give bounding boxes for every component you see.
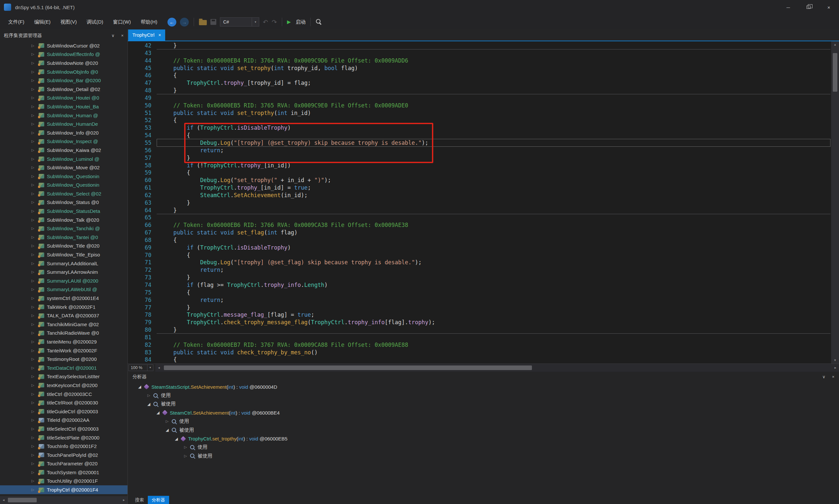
chevron-right-icon[interactable]: ▷ xyxy=(32,340,39,344)
chevron-right-icon[interactable]: ▷ xyxy=(32,122,39,126)
code-line[interactable] xyxy=(157,214,831,221)
tree-row[interactable]: ▷SubWindow_Questionin xyxy=(0,181,127,190)
chevron-right-icon[interactable]: ▷ xyxy=(32,105,39,109)
tree-row[interactable]: ▷titleCtrl @020003CC xyxy=(0,390,127,399)
code-area[interactable]: } // Token: 0x06000EB4 RID: 3764 RVA: 0x… xyxy=(157,41,831,363)
code-line[interactable]: TrophyCtrl.trophy_[trophy_id] = flag; xyxy=(157,79,831,87)
tab-close-icon[interactable]: × xyxy=(158,32,161,38)
code-line[interactable]: } xyxy=(157,304,831,311)
bottom-tab-search[interactable]: 搜索 xyxy=(131,496,148,504)
tree-row[interactable]: ▷SubWindow_Info @020 xyxy=(0,128,127,137)
chevron-right-icon[interactable]: ▷ xyxy=(32,192,39,196)
zoom-level[interactable]: 100 % xyxy=(128,364,147,371)
chevron-right-icon[interactable]: ▷ xyxy=(32,165,39,169)
code-line[interactable] xyxy=(157,50,831,57)
code-line[interactable]: } xyxy=(157,42,831,50)
tree-row[interactable]: ▷SubWindow_Luminol @ xyxy=(0,155,127,163)
chevron-right-icon[interactable]: ▷ xyxy=(32,209,39,213)
tree-row[interactable]: ▷SubWindow_Tanchiki @ xyxy=(0,224,127,233)
tree-row[interactable]: ▷tanteiMenu @0200029 xyxy=(0,337,127,346)
chevron-right-icon[interactable]: ▷ xyxy=(145,393,153,398)
start-debug-icon[interactable]: ▶ xyxy=(287,19,291,25)
scroll-up-icon[interactable]: ▲ xyxy=(831,41,839,48)
chevron-right-icon[interactable]: ▷ xyxy=(32,418,39,422)
tree-row[interactable]: ▷SummaryLAWebUtil @ xyxy=(0,285,127,294)
tree-row[interactable]: ▷titleCtrlRoot @0200030 xyxy=(0,398,127,407)
scroll-left-icon[interactable]: ◄ xyxy=(0,499,7,502)
chevron-right-icon[interactable]: ▷ xyxy=(32,218,39,222)
tree-row[interactable]: ▷systemCtrl @020001E4 xyxy=(0,294,127,303)
tree-row[interactable]: ▷SubWindow_Detail @02 xyxy=(0,85,127,94)
chevron-right-icon[interactable]: ▷ xyxy=(32,453,39,457)
save-icon[interactable] xyxy=(210,19,216,25)
chevron-right-icon[interactable]: ▷ xyxy=(32,392,39,396)
chevron-right-icon[interactable]: ▷ xyxy=(32,96,39,100)
scrollbar-track[interactable] xyxy=(7,496,120,504)
chevron-right-icon[interactable]: ▷ xyxy=(32,270,39,274)
chevron-right-icon[interactable]: ▷ xyxy=(32,322,39,326)
tree-row[interactable]: ▷SubWindowObjInfo @0 xyxy=(0,68,127,76)
code-line[interactable]: { xyxy=(157,169,831,177)
chevron-right-icon[interactable]: ▷ xyxy=(32,331,39,335)
menu-item[interactable]: 视图(V) xyxy=(55,14,82,30)
zoom-dropdown-icon[interactable]: ▼ xyxy=(147,364,153,371)
editor-vertical-scrollbar[interactable]: ▲ ▼ xyxy=(831,41,839,363)
code-line[interactable]: } xyxy=(157,206,831,214)
search-icon[interactable] xyxy=(316,19,322,25)
chevron-expanded-icon[interactable]: ◢ xyxy=(163,428,171,432)
chevron-right-icon[interactable]: ▷ xyxy=(32,200,39,204)
chevron-right-icon[interactable]: ▷ xyxy=(32,444,39,448)
code-line[interactable]: // Token: 0x06000EB6 RID: 3766 RVA: 0x00… xyxy=(157,221,831,229)
code-line[interactable]: // Token: 0x06000EB4 RID: 3764 RVA: 0x00… xyxy=(157,57,831,65)
chevron-right-icon[interactable]: ▷ xyxy=(32,148,39,152)
chevron-right-icon[interactable]: ▷ xyxy=(32,279,39,283)
scroll-right-icon[interactable]: ► xyxy=(832,366,839,370)
chevron-right-icon[interactable]: ▷ xyxy=(32,287,39,291)
tree-row[interactable]: ▷SubWindowCursor @02 xyxy=(0,41,127,50)
code-line[interactable]: return; xyxy=(157,296,831,304)
tree-row[interactable]: ▷textKeyIconCtrl @0200 xyxy=(0,381,127,390)
chevron-down-icon[interactable]: ∨ xyxy=(822,374,825,379)
analyzer-row[interactable]: ◢被使用 xyxy=(128,426,839,434)
chevron-right-icon[interactable]: ▷ xyxy=(32,87,39,91)
code-line[interactable]: TrophyCtrl.trophy_[in_id] = true; xyxy=(157,184,831,192)
scrollbar-thumb[interactable] xyxy=(8,498,37,502)
tree-row[interactable]: ▷TrophyCtrl @020001F4 xyxy=(0,485,127,494)
code-line[interactable]: TrophyCtrl.check_trophy_message_flag(Tro… xyxy=(157,319,831,326)
chevron-right-icon[interactable]: ▷ xyxy=(32,366,39,370)
tree-row[interactable]: ▷TouchSystem @020001 xyxy=(0,468,127,477)
tree-row[interactable]: ▷SubWindow_Tantei @0 xyxy=(0,233,127,242)
chevron-right-icon[interactable]: ▷ xyxy=(32,348,39,353)
chevron-right-icon[interactable]: ▷ xyxy=(32,174,39,179)
code-line[interactable]: return; xyxy=(157,147,831,154)
chevron-right-icon[interactable]: ▷ xyxy=(32,374,39,379)
chevron-right-icon[interactable]: ▷ xyxy=(32,357,39,361)
navigate-back-button[interactable]: ← xyxy=(168,18,176,26)
code-line[interactable]: { xyxy=(157,132,831,139)
chevron-right-icon[interactable]: ▷ xyxy=(163,419,171,424)
open-file-icon[interactable] xyxy=(199,20,207,25)
chevron-right-icon[interactable]: ▷ xyxy=(32,43,39,48)
chevron-right-icon[interactable]: ▷ xyxy=(32,313,39,318)
chevron-right-icon[interactable]: ▷ xyxy=(32,409,39,414)
chevron-right-icon[interactable]: ▷ xyxy=(32,183,39,187)
chevron-right-icon[interactable]: ▷ xyxy=(32,131,39,135)
tree-row[interactable]: ▷TouchInfo @020001F2 xyxy=(0,442,127,451)
tree-row[interactable]: ▷SubWindow_Status @0 xyxy=(0,198,127,207)
code-line[interactable]: if (TrophyCtrl.isDisableTrophy) xyxy=(157,244,831,252)
scrollbar-thumb[interactable] xyxy=(164,365,532,370)
chevron-right-icon[interactable]: ▷ xyxy=(32,61,39,65)
tree-row[interactable]: ▷SubWindow_Inspect @ xyxy=(0,137,127,146)
tree-row[interactable]: ▷SubWindow_Talk @020 xyxy=(0,215,127,224)
start-debug-label[interactable]: 启动 xyxy=(296,19,305,25)
menu-item[interactable]: 帮助(H) xyxy=(136,14,162,30)
chevron-right-icon[interactable]: ▷ xyxy=(32,470,39,474)
scroll-right-icon[interactable]: ► xyxy=(120,499,127,502)
code-line[interactable]: Debug.Log("[trophy] (@set_flag) skip bec… xyxy=(157,259,831,266)
menu-item[interactable]: 窗口(W) xyxy=(108,14,136,30)
code-line[interactable]: public static void set_tropthy(int in_id… xyxy=(157,109,831,117)
tree-row[interactable]: ▷SubWindow_Houtei @0 xyxy=(0,94,127,103)
close-icon[interactable]: × xyxy=(121,33,124,38)
code-line[interactable]: { xyxy=(157,116,831,124)
tree-row[interactable]: ▷TouchPanelPolyId @02 xyxy=(0,451,127,460)
